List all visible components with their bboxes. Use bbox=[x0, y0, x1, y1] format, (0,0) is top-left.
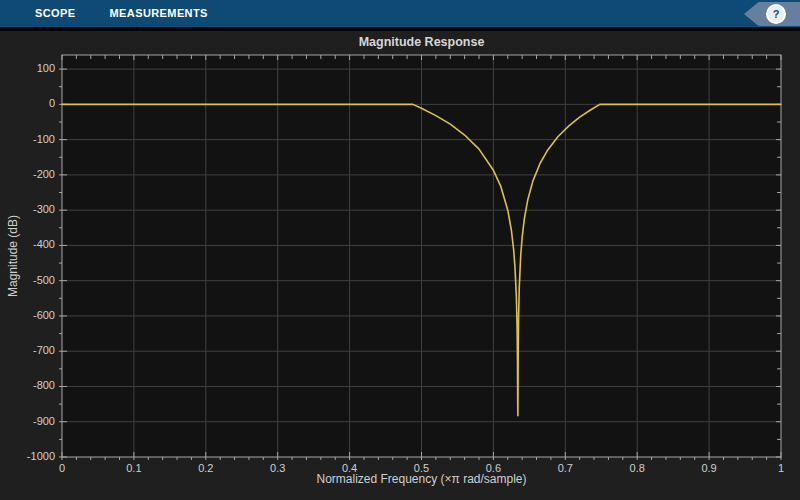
x-tick-labels: 00.10.20.30.40.50.60.70.80.91 bbox=[59, 462, 784, 474]
x-tick-label: 0.4 bbox=[342, 462, 357, 474]
y-tick-label: -800 bbox=[33, 379, 55, 391]
x-tick-label: 0.3 bbox=[270, 462, 285, 474]
y-tick-label: -1000 bbox=[27, 450, 55, 462]
tab-measurements[interactable]: MEASUREMENTS bbox=[110, 0, 208, 27]
x-tick-label: 1 bbox=[778, 462, 784, 474]
y-tick-label: 0 bbox=[49, 97, 55, 109]
y-tick-label: -100 bbox=[33, 133, 55, 145]
help-button[interactable]: ? bbox=[744, 2, 800, 26]
tab-scope[interactable]: SCOPE bbox=[35, 0, 76, 27]
x-tick-label: 0.9 bbox=[701, 462, 716, 474]
question-mark-icon: ? bbox=[766, 4, 786, 24]
y-tick-label: 100 bbox=[37, 62, 55, 74]
y-tick-label: -700 bbox=[33, 344, 55, 356]
figure-area: Magnitude Response Magnitude (dB) Normal… bbox=[0, 31, 800, 500]
y-tick-label: -600 bbox=[33, 309, 55, 321]
toolstrip: SCOPE MEASUREMENTS ? bbox=[0, 0, 800, 27]
x-tick-label: 0.5 bbox=[414, 462, 429, 474]
x-tick-label: 0.6 bbox=[486, 462, 501, 474]
scope-window: SCOPE MEASUREMENTS ? Magnitude Response … bbox=[0, 0, 800, 500]
y-tick-label: -300 bbox=[33, 203, 55, 215]
x-tick-label: 0 bbox=[59, 462, 65, 474]
y-tick-label: -900 bbox=[33, 415, 55, 427]
magnitude-response-plot: 00.10.20.30.40.50.60.70.80.911000-100-20… bbox=[0, 31, 800, 500]
x-tick-label: 0.2 bbox=[198, 462, 213, 474]
y-tick-label: -400 bbox=[33, 238, 55, 250]
x-tick-label: 0.8 bbox=[630, 462, 645, 474]
x-tick-label: 0.1 bbox=[126, 462, 141, 474]
y-tick-labels: 1000-100-200-300-400-500-600-700-800-900… bbox=[27, 62, 55, 462]
y-tick-label: -500 bbox=[33, 274, 55, 286]
x-tick-label: 0.7 bbox=[558, 462, 573, 474]
y-tick-label: -200 bbox=[33, 168, 55, 180]
